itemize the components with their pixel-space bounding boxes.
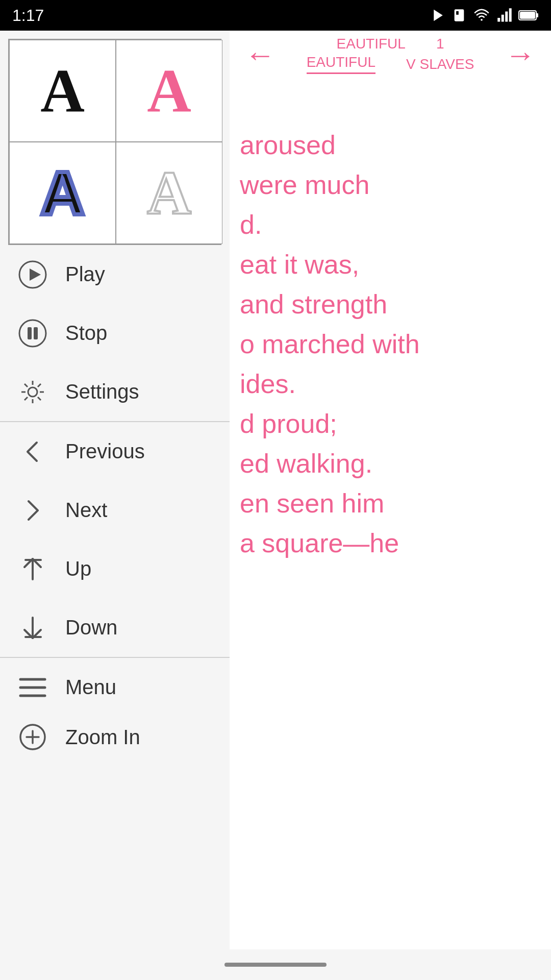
- status-bar: 1:17: [0, 0, 551, 31]
- menu-stop-label: Stop: [65, 322, 107, 345]
- svg-point-16: [28, 387, 37, 397]
- reader-tab2[interactable]: EAUTIFUL: [307, 54, 375, 74]
- menu-icon: [16, 671, 49, 704]
- menu-down-label: Down: [65, 616, 117, 639]
- menu-item-previous[interactable]: Previous: [0, 422, 230, 481]
- svg-point-3: [481, 19, 483, 21]
- navigation-bar: [0, 949, 551, 980]
- svg-line-23: [38, 384, 41, 387]
- arrow-left-icon: [16, 435, 49, 468]
- svg-rect-6: [505, 12, 508, 22]
- font-selector-grid: A A A A: [8, 39, 221, 245]
- reader-line-3: d.: [240, 205, 541, 244]
- svg-marker-12: [30, 268, 41, 281]
- menu-zoomin-label: Zoom In: [65, 726, 140, 749]
- svg-line-21: [24, 384, 28, 387]
- menu-settings-label: Settings: [65, 380, 139, 403]
- font-cell-serif-outline[interactable]: A: [116, 142, 222, 244]
- down-arrow-svg: [18, 614, 47, 642]
- reader-forward-arrow[interactable]: →: [505, 37, 536, 72]
- svg-line-22: [38, 397, 41, 400]
- wifi-icon: [472, 8, 491, 23]
- pause-svg: [18, 319, 47, 348]
- svg-rect-4: [497, 18, 500, 22]
- reader-line-10: en seen him: [240, 483, 541, 523]
- gear-svg: [18, 378, 47, 406]
- menu-item-stop[interactable]: Stop: [0, 304, 230, 362]
- menu-previous-label: Previous: [65, 440, 145, 463]
- font-cell-serif-black[interactable]: A: [9, 40, 116, 142]
- font-cell-serif-pink[interactable]: A: [116, 40, 222, 142]
- settings-icon: [16, 376, 49, 408]
- menu-play-label: Play: [65, 263, 105, 286]
- menu-item-play[interactable]: Play: [0, 245, 230, 304]
- hamburger-svg: [18, 676, 47, 699]
- battery-icon: [518, 10, 539, 21]
- reader-line-11: a square—he: [240, 523, 541, 563]
- menu-item-down[interactable]: Down: [0, 598, 230, 657]
- reader-text-area: aroused were much d. eat it was, and str…: [230, 115, 551, 980]
- reader-back-arrow[interactable]: ←: [245, 37, 276, 72]
- reader-line-8: d proud;: [240, 404, 541, 444]
- sd-icon: [452, 8, 466, 23]
- up-arrow-svg: [18, 555, 47, 583]
- reader-section: V SLAVES: [406, 56, 474, 72]
- svg-rect-1: [455, 9, 464, 21]
- reader-line-1: aroused: [240, 125, 541, 165]
- status-time: 1:17: [12, 6, 44, 25]
- zoomin-icon: [16, 721, 49, 753]
- play-icon: [16, 258, 49, 291]
- font-cell-sans-blue-outline[interactable]: A: [9, 142, 116, 244]
- svg-point-13: [19, 320, 46, 347]
- reader-tab1[interactable]: EAUTIFUL: [337, 36, 406, 52]
- menu-next-label: Next: [65, 499, 107, 522]
- right-arrow-svg: [18, 496, 47, 525]
- reader-line-9: ed walking.: [240, 444, 541, 483]
- arrow-down-icon: [16, 611, 49, 644]
- svg-rect-2: [456, 11, 459, 15]
- reader-line-6: o marched with: [240, 324, 541, 364]
- media-icon: [431, 8, 446, 23]
- svg-marker-0: [434, 10, 443, 21]
- svg-rect-7: [509, 8, 512, 21]
- font-preview-blue-outline: A: [40, 158, 85, 228]
- menu-item-next[interactable]: Next: [0, 481, 230, 540]
- svg-rect-9: [536, 13, 538, 17]
- font-preview-serif-black: A: [40, 56, 85, 126]
- menu-section-1: Play Stop: [0, 245, 230, 980]
- menu-menu-label: Menu: [65, 676, 116, 699]
- svg-line-24: [24, 397, 28, 400]
- reader-line-2: were much: [240, 165, 541, 205]
- menu-up-label: Up: [65, 557, 91, 580]
- stop-icon: [16, 317, 49, 350]
- status-icons: [431, 8, 539, 23]
- signal-icon: [497, 8, 512, 23]
- reader-line-5: and strength: [240, 284, 541, 324]
- svg-rect-5: [502, 15, 504, 22]
- svg-rect-10: [520, 12, 535, 19]
- left-arrow-svg: [18, 437, 47, 466]
- menu-item-zoomin[interactable]: Zoom In: [0, 717, 230, 757]
- reader-line-4: eat it was,: [240, 244, 541, 284]
- font-preview-outline: A: [147, 158, 191, 228]
- nav-pill[interactable]: [224, 963, 327, 967]
- reader-page-num: 1: [436, 36, 444, 52]
- menu-item-menu[interactable]: Menu: [0, 658, 230, 717]
- zoomin-svg: [18, 723, 47, 751]
- font-preview-serif-pink: A: [147, 56, 191, 126]
- menu-item-settings[interactable]: Settings: [0, 362, 230, 421]
- overlay-panel: A A A A Play: [0, 31, 230, 980]
- arrow-right-icon: [16, 494, 49, 527]
- play-svg: [18, 260, 47, 289]
- svg-rect-15: [34, 327, 38, 339]
- menu-item-up[interactable]: Up: [0, 540, 230, 598]
- arrow-up-icon: [16, 553, 49, 585]
- svg-rect-14: [28, 327, 32, 339]
- reader-line-7: ides.: [240, 364, 541, 404]
